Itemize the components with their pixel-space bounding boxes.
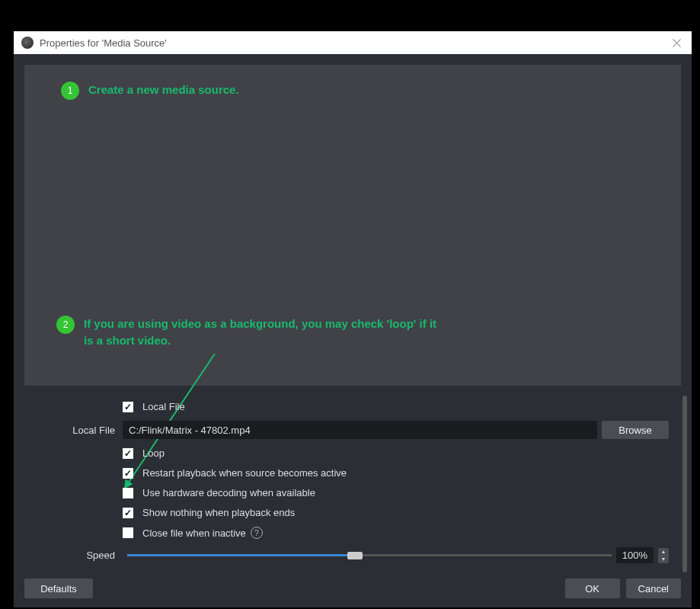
speed-value[interactable]: 100% xyxy=(616,547,654,563)
help-icon[interactable]: ? xyxy=(251,527,263,539)
form-area: Local File Local File Browse Loop Restar… xyxy=(14,386,692,572)
scrollbar[interactable] xyxy=(682,396,687,572)
local-file-check-label: Local File xyxy=(142,401,185,412)
loop-label: Loop xyxy=(142,447,165,459)
slider-thumb[interactable] xyxy=(347,552,363,559)
annotation-text-2: If you are using video as a background, … xyxy=(84,316,445,349)
browse-button[interactable]: Browse xyxy=(602,421,669,439)
preview-area: 1 Create a new media source. 2 If you ar… xyxy=(24,65,681,386)
window-title: Properties for 'Media Source' xyxy=(40,37,661,49)
button-bar: Defaults OK Cancel xyxy=(14,572,692,607)
obs-logo-icon xyxy=(21,37,34,49)
hw-decode-checkbox[interactable] xyxy=(123,488,133,498)
restart-playback-checkbox[interactable] xyxy=(123,468,133,479)
loop-checkbox[interactable] xyxy=(123,448,133,459)
annotation-text-1: Create a new media source. xyxy=(88,82,239,98)
local-file-input[interactable] xyxy=(123,421,597,439)
close-inactive-checkbox[interactable] xyxy=(123,527,133,538)
cancel-button[interactable]: Cancel xyxy=(626,579,681,598)
titlebar: Properties for 'Media Source' xyxy=(14,31,692,54)
annotation-1: 1 Create a new media source. xyxy=(61,82,239,100)
speed-spinner: ▲ ▼ xyxy=(658,548,669,563)
speed-label: Speed xyxy=(37,550,123,561)
show-nothing-label: Show nothing when playback ends xyxy=(142,507,295,518)
annotation-2: 2 If you are using video as a background… xyxy=(56,316,445,349)
restart-playback-label: Restart playback when source becomes act… xyxy=(142,467,347,479)
show-nothing-checkbox[interactable] xyxy=(123,508,133,518)
defaults-button[interactable]: Defaults xyxy=(24,579,93,598)
ok-button[interactable]: OK xyxy=(565,579,620,598)
local-file-checkbox[interactable] xyxy=(123,402,133,412)
annotation-badge-1: 1 xyxy=(61,82,79,100)
close-icon xyxy=(673,39,681,47)
spinner-up[interactable]: ▲ xyxy=(658,548,669,556)
close-inactive-text: Close file when inactive xyxy=(142,527,246,539)
spinner-down[interactable]: ▼ xyxy=(658,556,669,563)
hw-decode-label: Use hardware decoding when available xyxy=(142,487,315,498)
speed-slider[interactable] xyxy=(127,552,612,559)
close-inactive-label: Close file when inactive ? xyxy=(142,527,263,539)
close-button[interactable] xyxy=(661,31,692,54)
local-file-label: Local File xyxy=(37,425,123,436)
annotation-badge-2: 2 xyxy=(56,316,75,334)
properties-dialog: Properties for 'Media Source' 1 Create a… xyxy=(14,31,692,607)
